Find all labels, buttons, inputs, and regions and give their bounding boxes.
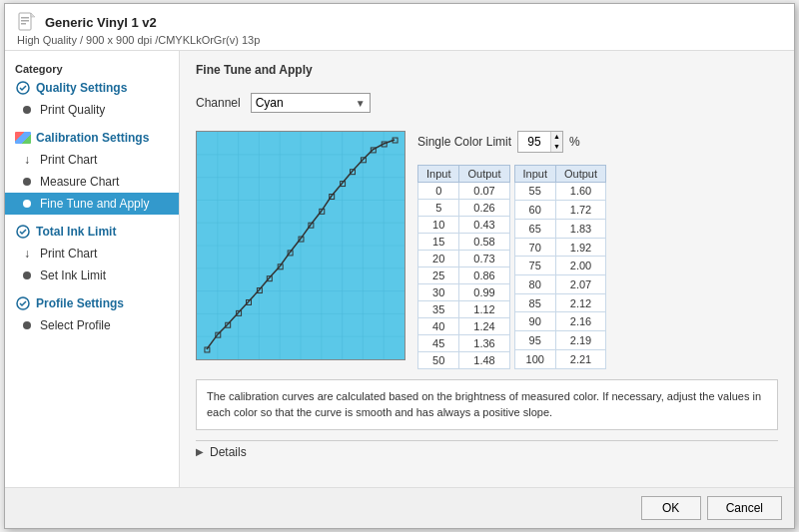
chart-and-table: Single Color Limit 95 ▲ ▼ % bbox=[196, 131, 778, 369]
table-cell: 1.24 bbox=[459, 317, 509, 334]
table-cell: 75 bbox=[514, 257, 555, 275]
sidebar-item-calibration-settings[interactable]: Calibration Settings bbox=[5, 127, 179, 149]
sidebar-item-set-ink-limit[interactable]: Set Ink Limit bbox=[5, 265, 179, 286]
table-cell: 0.07 bbox=[459, 182, 509, 199]
table-cell: 15 bbox=[418, 233, 459, 250]
table-cell: 0.99 bbox=[459, 283, 509, 300]
table-cell: 95 bbox=[514, 331, 555, 350]
single-color-limit-row: Single Color Limit 95 ▲ ▼ % bbox=[417, 131, 778, 153]
table-left-header-input: Input bbox=[418, 165, 459, 182]
table-cell: 30 bbox=[418, 283, 459, 300]
table-row: 1002.21 bbox=[514, 349, 606, 368]
print-quality-label: Print Quality bbox=[40, 103, 105, 117]
table-row: 200.73 bbox=[418, 250, 510, 266]
channel-value: Cyan bbox=[256, 96, 284, 110]
total-ink-icon bbox=[15, 224, 31, 240]
measure-chart-label: Measure Chart bbox=[40, 175, 119, 189]
table-cell: 65 bbox=[514, 219, 555, 238]
table-cell: 2.00 bbox=[555, 257, 605, 275]
calibration-chart bbox=[196, 131, 405, 360]
table-cell: 0.58 bbox=[459, 233, 509, 250]
table-cell: 0 bbox=[418, 182, 459, 199]
quality-settings-label: Quality Settings bbox=[36, 81, 127, 95]
sidebar-item-print-chart[interactable]: ↓ Print Chart bbox=[5, 149, 179, 171]
details-label: Details bbox=[210, 445, 247, 459]
ok-button[interactable]: OK bbox=[641, 496, 701, 520]
svg-rect-1 bbox=[21, 17, 29, 19]
table-cell: 1.48 bbox=[459, 351, 509, 368]
table-cell: 1.60 bbox=[555, 182, 605, 201]
table-cell: 0.86 bbox=[459, 266, 509, 283]
document-icon bbox=[17, 12, 37, 32]
table-row: 701.92 bbox=[514, 238, 606, 257]
profile-settings-icon bbox=[15, 295, 31, 311]
info-box: The calibration curves are calculated ba… bbox=[196, 379, 778, 430]
chart-svg bbox=[197, 132, 404, 359]
table-row: 902.16 bbox=[514, 312, 606, 331]
svg-rect-3 bbox=[21, 23, 26, 25]
sidebar-item-total-ink-limit[interactable]: Total Ink Limit bbox=[5, 221, 179, 243]
set-ink-limit-icon bbox=[19, 267, 35, 283]
data-table-right: Input Output 551.60601.72651.83701.92752… bbox=[514, 165, 607, 369]
calibration-settings-label: Calibration Settings bbox=[36, 131, 149, 145]
content-area: Category Quality Settings Print Quality bbox=[5, 51, 794, 487]
table-right-header-output: Output bbox=[555, 165, 605, 182]
table-row: 50.26 bbox=[418, 199, 510, 216]
fine-tune-label: Fine Tune and Apply bbox=[40, 197, 149, 211]
table-cell: 5 bbox=[418, 199, 459, 216]
print-chart-2-icon: ↓ bbox=[19, 246, 35, 262]
dialog-title: Generic Vinyl 1 v2 bbox=[45, 15, 157, 30]
details-arrow-icon: ▶ bbox=[196, 446, 204, 457]
table-row: 952.19 bbox=[514, 331, 606, 350]
table-row: 852.12 bbox=[514, 293, 606, 312]
table-right-header-input: Input bbox=[514, 165, 555, 182]
sidebar-item-print-chart-2[interactable]: ↓ Print Chart bbox=[5, 243, 179, 265]
sidebar-item-fine-tune-apply[interactable]: Fine Tune and Apply bbox=[5, 193, 179, 215]
table-cell: 60 bbox=[514, 201, 555, 220]
dialog-subtitle: High Quality / 900 x 900 dpi /CMYKLkOrGr… bbox=[17, 34, 782, 46]
scl-unit: % bbox=[569, 135, 580, 149]
category-label: Category bbox=[5, 59, 179, 77]
table-row: 250.86 bbox=[418, 266, 510, 283]
main-panel: Fine Tune and Apply Channel Cyan ▼ bbox=[180, 51, 794, 487]
table-cell: 0.26 bbox=[459, 199, 509, 216]
cancel-button[interactable]: Cancel bbox=[707, 496, 782, 520]
table-row: 351.12 bbox=[418, 300, 510, 317]
info-text: The calibration curves are calculated ba… bbox=[207, 390, 761, 419]
sidebar-item-profile-settings[interactable]: Profile Settings bbox=[5, 292, 179, 314]
sidebar-item-measure-chart[interactable]: Measure Chart bbox=[5, 171, 179, 193]
table-cell: 40 bbox=[418, 317, 459, 334]
quality-settings-icon bbox=[15, 80, 31, 96]
channel-row: Channel Cyan ▼ bbox=[196, 93, 778, 113]
svg-rect-2 bbox=[21, 20, 29, 22]
select-profile-icon bbox=[19, 317, 35, 333]
details-row[interactable]: ▶ Details bbox=[196, 440, 778, 459]
channel-dropdown[interactable]: Cyan ▼ bbox=[251, 93, 371, 113]
sidebar-item-quality-settings[interactable]: Quality Settings bbox=[5, 77, 179, 99]
sidebar-item-print-quality[interactable]: Print Quality bbox=[5, 99, 179, 121]
table-cell: 1.83 bbox=[555, 219, 605, 238]
scl-spin-down[interactable]: ▼ bbox=[551, 142, 562, 152]
scl-spin-up[interactable]: ▲ bbox=[551, 132, 562, 142]
table-row: 100.43 bbox=[418, 216, 510, 233]
fine-tune-icon bbox=[19, 196, 35, 212]
table-cell: 2.16 bbox=[555, 312, 605, 331]
right-panel: Single Color Limit 95 ▲ ▼ % bbox=[417, 131, 778, 369]
table-row: 501.48 bbox=[418, 351, 510, 368]
table-cell: 100 bbox=[514, 349, 555, 368]
table-cell: 1.12 bbox=[459, 300, 509, 317]
table-cell: 1.92 bbox=[555, 238, 605, 257]
table-cell: 2.07 bbox=[555, 275, 605, 294]
table-left-header-output: Output bbox=[459, 165, 509, 182]
scl-spin-buttons[interactable]: ▲ ▼ bbox=[550, 132, 562, 152]
scl-input-wrapper[interactable]: 95 ▲ ▼ bbox=[517, 131, 563, 153]
table-cell: 2.21 bbox=[555, 349, 605, 368]
table-cell: 55 bbox=[514, 182, 555, 201]
scl-value[interactable]: 95 bbox=[518, 134, 550, 150]
table-row: 00.07 bbox=[418, 182, 510, 199]
data-table-left: Input Output 00.0750.26100.43150.58200.7… bbox=[417, 165, 510, 369]
print-chart-icon: ↓ bbox=[19, 152, 35, 168]
sidebar-item-select-profile[interactable]: Select Profile bbox=[5, 314, 179, 336]
title-bar: Generic Vinyl 1 v2 High Quality / 900 x … bbox=[5, 4, 794, 51]
table-cell: 0.73 bbox=[459, 250, 509, 266]
